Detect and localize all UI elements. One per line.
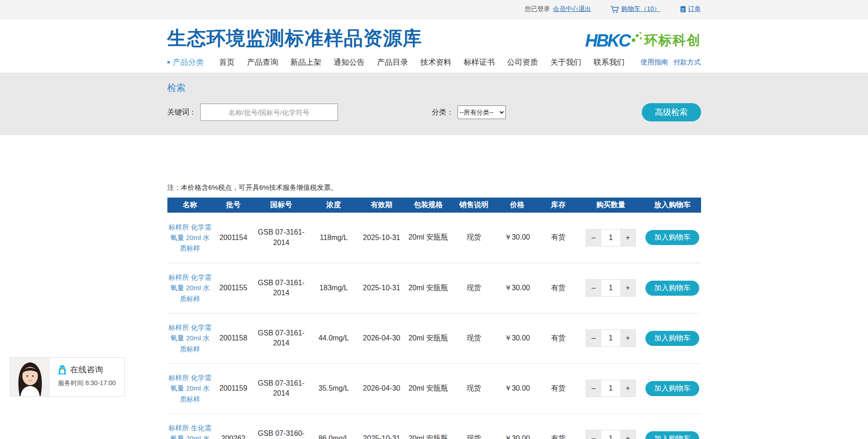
- nav-item-qualifications[interactable]: 公司资质: [507, 57, 538, 68]
- product-name-link[interactable]: 标样所 化学需氧量 20ml 水质标样: [167, 322, 213, 354]
- add-to-cart-button[interactable]: 加入购物车: [645, 381, 699, 396]
- concentration: 183mg/L: [309, 263, 359, 313]
- concentration: 44.0mg/L: [309, 313, 359, 363]
- add-to-cart-button[interactable]: 加入购物车: [645, 281, 699, 296]
- table-row: 标样所 化学需氧量 20ml 水质标样 2001158 GSB 07-3161-…: [167, 313, 701, 363]
- add-to-cart-button[interactable]: 加入购物车: [645, 331, 699, 346]
- tax-note: 注：本价格含6%税点，可开具6%技术服务增值税发票。: [167, 183, 701, 192]
- quantity-increase-button[interactable]: +: [620, 430, 635, 439]
- brand-dots-icon: [631, 31, 643, 43]
- product-name-link[interactable]: 标样所 化学需氧量 20ml 水质标样: [167, 272, 213, 304]
- quantity-decrease-button[interactable]: –: [586, 380, 601, 397]
- qq-icon: [58, 365, 67, 375]
- nav-item-contact-us[interactable]: 联系我们: [594, 57, 625, 68]
- quantity-stepper: – 1 +: [586, 329, 636, 347]
- quantity-stepper: – 1 +: [586, 279, 636, 297]
- keyword-input[interactable]: [200, 104, 338, 121]
- chat-hours: 服务时间 8:30-17:00: [58, 379, 116, 387]
- gb-code: GSB 07-3161-2014: [254, 227, 309, 248]
- packaging: 20ml 安瓿瓶: [405, 313, 452, 363]
- category-select[interactable]: --所有分类--: [457, 105, 506, 119]
- brand-name: 环标科创: [645, 31, 701, 50]
- col-header-add-to-cart: 放入购物车: [644, 198, 701, 213]
- quantity-increase-button[interactable]: +: [620, 380, 635, 397]
- add-to-cart-button[interactable]: 加入购物车: [645, 230, 699, 245]
- stock-status: 有货: [539, 263, 578, 313]
- validity-date: 2025-10-31: [359, 263, 405, 313]
- quantity-value[interactable]: 1: [601, 230, 620, 246]
- search-section: 检索 关键词： 分类： --所有分类-- 高级检索: [0, 73, 868, 135]
- nav-item-announcements[interactable]: 通知公告: [334, 57, 365, 68]
- product-name-link[interactable]: 标样所 化学需氧量 20ml 水质标样: [167, 372, 213, 404]
- packaging: 20ml 安瓿瓶: [405, 263, 452, 313]
- col-header-sale-note: 销售说明: [452, 198, 496, 213]
- batch-number: 2001158: [213, 313, 254, 363]
- col-header-batch: 批号: [213, 198, 254, 213]
- product-table: 名称 批号 国标号 浓度 有效期 包装规格 销售说明 价格 库存 购买数量 放入…: [167, 198, 701, 439]
- quantity-stepper: – 1 +: [586, 430, 636, 439]
- gb-code: GSB 07-3161-2014: [254, 378, 309, 399]
- sale-note: 现货: [452, 363, 496, 413]
- logout-link[interactable]: 退出: [578, 5, 591, 12]
- quantity-value[interactable]: 1: [601, 430, 620, 439]
- nav-item-product-query[interactable]: 产品查询: [247, 57, 278, 68]
- nav-item-home[interactable]: 首页: [219, 57, 235, 68]
- quantity-decrease-button[interactable]: –: [586, 430, 601, 439]
- bullet-icon: [167, 61, 170, 63]
- top-bar: 您已登录 会员中心退出 购物车（10） 订单: [0, 0, 868, 19]
- col-header-validity: 有效期: [359, 198, 405, 213]
- quantity-value[interactable]: 1: [601, 330, 620, 346]
- nav-item-certificates[interactable]: 标样证书: [464, 57, 495, 68]
- validity-date: 2026-04-30: [359, 363, 405, 413]
- batch-number: 2001154: [213, 213, 254, 263]
- price: ￥30.00: [496, 263, 539, 313]
- quantity-value[interactable]: 1: [601, 380, 620, 397]
- quantity-increase-button[interactable]: +: [620, 230, 635, 246]
- orders-link[interactable]: 订单: [688, 5, 701, 13]
- concentration: 86.0mg/L: [309, 413, 359, 439]
- packaging: 20ml 安瓿瓶: [405, 413, 452, 439]
- online-chat-widget[interactable]: 在线咨询 服务时间 8:30-17:00: [10, 357, 125, 397]
- quantity-decrease-button[interactable]: –: [586, 230, 601, 246]
- price: ￥30.00: [496, 363, 539, 413]
- member-center-link[interactable]: 会员中心: [553, 5, 578, 12]
- quantity-stepper: – 1 +: [586, 380, 636, 397]
- payment-method-link[interactable]: 付款方式: [674, 58, 701, 67]
- price: ￥30.00: [496, 413, 539, 439]
- table-row: 标样所 生化需氧量 20ml 水质标样 200262 GSB 07-3160-2…: [167, 413, 701, 439]
- quantity-decrease-button[interactable]: –: [586, 280, 601, 296]
- user-guide-link[interactable]: 使用指南: [641, 58, 668, 67]
- main-nav: 产品分类 首页 产品查询 新品上架 通知公告 产品目录 技术资料 标样证书 公司…: [167, 52, 701, 73]
- gb-code: GSB 07-3161-2014: [254, 278, 309, 298]
- concentration: 118mg/L: [309, 213, 359, 263]
- validity-date: 2025-10-31: [359, 213, 405, 263]
- product-name-link[interactable]: 标样所 生化需氧量 20ml 水质标样: [167, 423, 213, 439]
- batch-number: 2001155: [213, 263, 254, 313]
- keyword-label: 关键词：: [167, 108, 197, 117]
- validity-date: 2026-04-30: [359, 313, 405, 363]
- product-name-link[interactable]: 标样所 化学需氧量 20ml 水质标样: [167, 222, 213, 254]
- chat-title[interactable]: 在线咨询: [70, 364, 103, 375]
- advanced-search-button[interactable]: 高级检索: [642, 103, 701, 121]
- stock-status: 有货: [539, 313, 578, 363]
- add-to-cart-button[interactable]: 加入购物车: [645, 431, 699, 439]
- quantity-increase-button[interactable]: +: [620, 330, 635, 346]
- site-title: 生态环境监测标准样品资源库: [167, 26, 422, 51]
- nav-product-category[interactable]: 产品分类: [167, 57, 204, 68]
- cart-link[interactable]: 购物车（10）: [621, 5, 660, 13]
- col-header-concentration: 浓度: [309, 198, 359, 213]
- quantity-increase-button[interactable]: +: [620, 280, 635, 296]
- nav-item-technical-docs[interactable]: 技术资料: [421, 57, 452, 68]
- table-row: 标样所 化学需氧量 20ml 水质标样 2001154 GSB 07-3161-…: [167, 213, 701, 263]
- nav-item-new-arrivals[interactable]: 新品上架: [291, 57, 322, 68]
- price: ￥30.00: [496, 213, 539, 263]
- table-row: 标样所 化学需氧量 20ml 水质标样 2001155 GSB 07-3161-…: [167, 263, 701, 313]
- quantity-value[interactable]: 1: [601, 280, 620, 296]
- quantity-decrease-button[interactable]: –: [586, 330, 601, 346]
- nav-item-product-catalog[interactable]: 产品目录: [377, 57, 408, 68]
- col-header-stock: 库存: [539, 198, 578, 213]
- nav-item-about-us[interactable]: 关于我们: [551, 57, 582, 68]
- col-header-name: 名称: [167, 198, 213, 213]
- table-header-row: 名称 批号 国标号 浓度 有效期 包装规格 销售说明 价格 库存 购买数量 放入…: [167, 198, 701, 213]
- brand-abbr: HBKC: [585, 31, 630, 51]
